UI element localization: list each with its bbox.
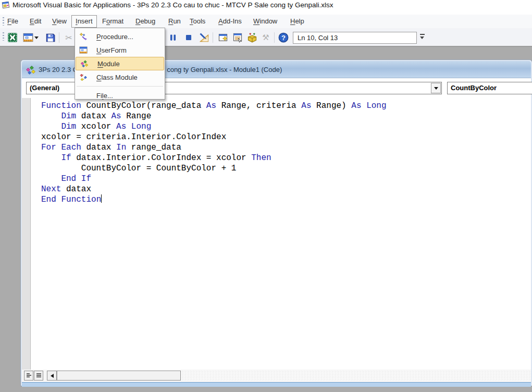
horizontal-scrollbar xyxy=(22,370,531,382)
module-icon xyxy=(80,59,89,68)
code-line: Next datax xyxy=(41,184,531,194)
menu-view[interactable]: View xyxy=(48,15,71,28)
code-line: xcolor = criteria.Interior.ColorIndex xyxy=(41,132,531,142)
code-line: Dim datax As Range xyxy=(41,111,531,121)
toolbox-icon: ⚒ xyxy=(262,33,269,42)
insert-menu-item-class-module[interactable]: Class Module xyxy=(75,70,165,84)
menu-help[interactable]: Help xyxy=(286,15,308,28)
procedure-view-button[interactable] xyxy=(24,371,33,381)
chevron-down-icon xyxy=(434,87,438,90)
save-icon xyxy=(45,33,55,43)
code-line: If datax.Interior.ColorIndex = xcolor Th… xyxy=(41,153,531,163)
menu-tools[interactable]: Tools xyxy=(185,15,209,28)
menu-item-label: Class Module xyxy=(96,74,138,81)
properties-window-button[interactable] xyxy=(231,31,244,44)
code-line: End If xyxy=(41,174,531,184)
insert-dropdown-menu: Procedure...UserFormModuleClass ModuleFi… xyxy=(75,28,165,100)
menu-bar: FileEditViewInsertFormatDebugRunToolsAdd… xyxy=(0,15,532,28)
menu-item-label: Procedure... xyxy=(96,33,133,41)
insert-menu-item-procedure[interactable]: Procedure... xyxy=(75,30,165,43)
view-host-app-button[interactable] xyxy=(6,31,19,44)
menu-format[interactable]: Format xyxy=(98,15,128,28)
project-explorer-icon xyxy=(218,32,228,43)
menu-debug[interactable]: Debug xyxy=(131,15,159,28)
scroll-left-button[interactable] xyxy=(47,371,57,381)
reset-icon xyxy=(184,33,193,42)
scrollbar-thumb[interactable] xyxy=(57,371,181,381)
toolbar-options-icon xyxy=(420,34,425,35)
object-dropdown-value: (General) xyxy=(30,84,59,92)
toolbar-separator xyxy=(213,32,213,43)
dropdown-arrow-icon xyxy=(34,36,39,39)
insert-userform-icon xyxy=(23,32,33,43)
text-cursor xyxy=(101,194,102,203)
no-icon xyxy=(79,91,88,100)
menu-item-label: File... xyxy=(96,92,113,100)
menu-run[interactable]: Run xyxy=(164,15,185,28)
menu-window[interactable]: Window xyxy=(249,15,281,28)
break-icon xyxy=(168,33,178,42)
full-module-view-icon xyxy=(36,373,42,378)
full-module-view-button[interactable] xyxy=(34,371,43,381)
save-button[interactable] xyxy=(44,31,56,44)
code-window-bottom-border xyxy=(22,382,531,387)
module-icon xyxy=(26,65,36,75)
vba-app-icon xyxy=(2,1,10,9)
menu-separator xyxy=(77,86,163,87)
code-line: Function CountByColor(range_data As Rang… xyxy=(41,101,531,111)
project-explorer-button[interactable] xyxy=(217,31,229,44)
code-window: 3Ps 20 2.3 Co cau to chuc - MTCV P Sale … xyxy=(21,60,532,386)
app-title: Microsoft Visual Basic for Applications … xyxy=(13,1,333,9)
insert-menu-item-file[interactable]: File... xyxy=(75,89,165,102)
menu-insert[interactable]: Insert xyxy=(71,15,97,28)
design-mode-icon xyxy=(199,32,209,43)
code-line: Dim xcolor As Long xyxy=(41,121,531,132)
menu-addins[interactable]: Add-Ins xyxy=(214,15,246,28)
menu-item-label: UserForm xyxy=(96,46,127,54)
object-browser-icon xyxy=(247,32,257,43)
procedure-dropdown-value: CountByColor xyxy=(451,84,497,92)
toolbar-separator xyxy=(274,32,275,43)
procedure-icon xyxy=(79,32,88,41)
app-titlebar: Microsoft Visual Basic for Applications … xyxy=(0,0,532,15)
excel-icon xyxy=(7,32,18,43)
toolbar-grip[interactable] xyxy=(3,32,4,41)
svg-text:?: ? xyxy=(281,34,286,42)
break-button[interactable] xyxy=(167,31,179,44)
menu-item-label: Module xyxy=(97,60,120,68)
object-dropdown-arrow[interactable] xyxy=(431,83,441,93)
code-editor: Function CountByColor(range_data As Rang… xyxy=(22,98,531,370)
insert-object-dropdown[interactable] xyxy=(33,31,40,44)
scrollbar-track[interactable] xyxy=(181,371,531,381)
procedure-view-icon xyxy=(26,373,32,378)
toolbox-button[interactable]: ⚒ xyxy=(259,31,272,44)
menu-file[interactable]: File xyxy=(3,15,22,28)
userform-icon xyxy=(79,46,88,54)
cut-button[interactable]: ✂ xyxy=(63,31,75,44)
procedure-dropdown[interactable]: CountByColor xyxy=(447,82,532,94)
code-line: CountByColor = CountByColor + 1 xyxy=(41,163,531,174)
help-icon: ? xyxy=(278,32,289,43)
toolbar-separator xyxy=(59,32,59,43)
indicator-margin[interactable] xyxy=(22,98,31,370)
insert-menu-item-module[interactable]: Module xyxy=(76,57,164,70)
design-mode-button[interactable] xyxy=(198,31,211,44)
code-line: End Function xyxy=(41,194,531,205)
insert-userform-button[interactable] xyxy=(22,31,34,44)
toolbar-options-button[interactable] xyxy=(419,33,425,41)
reset-button[interactable] xyxy=(182,31,195,44)
help-button[interactable]: ? xyxy=(277,31,290,44)
code-text-area[interactable]: Function CountByColor(range_data As Rang… xyxy=(31,98,531,370)
class-module-icon xyxy=(79,73,88,81)
code-line: For Each datax In range_data xyxy=(41,142,531,153)
object-browser-button[interactable] xyxy=(246,31,258,44)
cut-icon: ✂ xyxy=(65,33,72,43)
properties-window-icon xyxy=(232,32,243,43)
insert-menu-item-userform[interactable]: UserForm xyxy=(75,43,165,57)
menu-edit[interactable]: Edit xyxy=(26,15,45,28)
arrow-left-icon xyxy=(51,374,54,378)
cursor-position-indicator: Ln 10, Col 13 xyxy=(293,32,417,44)
